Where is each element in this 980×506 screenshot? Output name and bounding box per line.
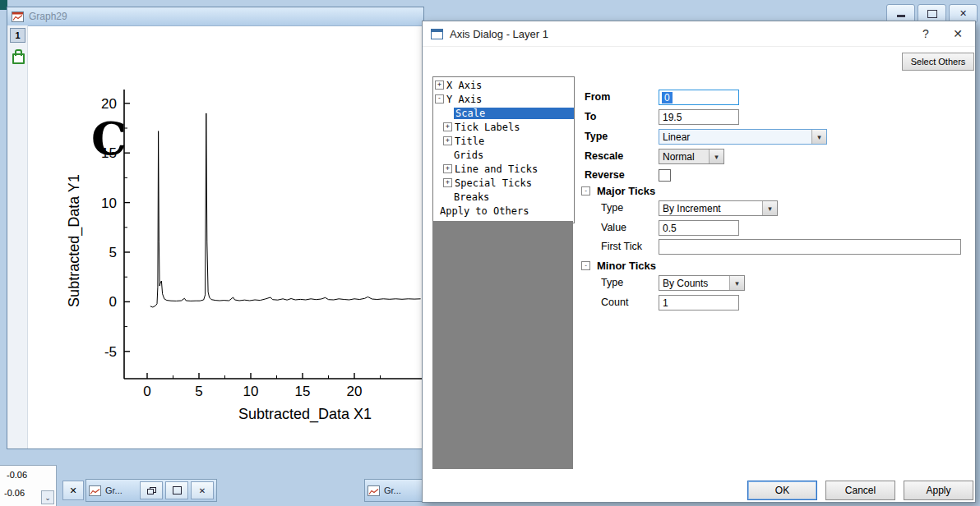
y-axis-title: Subtracted_Data Y1 xyxy=(66,174,83,307)
x-tick-label: 5 xyxy=(195,384,202,399)
tree-item-label: Tick Labels xyxy=(455,122,520,133)
minimized-window-2[interactable]: Gr... xyxy=(364,479,428,502)
tree-item-label: Y Axis xyxy=(446,94,482,105)
type-dropdown[interactable]: Linear ▾ xyxy=(659,129,827,145)
major-type-dropdown[interactable]: By Increment ▾ xyxy=(659,200,778,216)
collapse-icon[interactable]: - xyxy=(581,186,590,196)
axis-value-1: -0.06 xyxy=(7,470,27,480)
tree-item-x-axis[interactable]: +X Axis xyxy=(433,78,574,92)
scroll-down-button[interactable]: ⌄ xyxy=(41,490,54,504)
major-value-input[interactable] xyxy=(659,220,739,236)
x-tick-label: 0 xyxy=(143,384,150,399)
apply-button[interactable]: Apply xyxy=(904,481,973,500)
from-input[interactable]: 0 xyxy=(659,90,739,105)
first-tick-input[interactable] xyxy=(659,239,961,255)
graph-window-title: Graph29 xyxy=(29,11,67,22)
plot-area[interactable]: 05101520-505101520Subtracted_Data X1Subt… xyxy=(27,25,423,448)
expand-icon[interactable]: + xyxy=(443,136,452,145)
layer-strip: 1 xyxy=(7,25,28,448)
axis-value-2: -0.06 xyxy=(4,488,25,498)
tree-item-title[interactable]: +Title xyxy=(433,134,574,148)
x-tick-label: 20 xyxy=(347,384,363,399)
graph-icon xyxy=(89,485,101,496)
graph-window-titlebar[interactable]: Graph29 xyxy=(7,7,423,26)
major-type-label: Type xyxy=(601,200,623,216)
chevron-down-icon: ▾ xyxy=(762,201,777,215)
tree-item-label: X Axis xyxy=(446,80,482,91)
from-value: 0 xyxy=(662,92,673,104)
minor-ticks-header: Minor Ticks xyxy=(597,260,656,272)
dialog-close-button[interactable]: ✕ xyxy=(941,21,975,46)
axis-tree: +X Axis-Y AxisScale+Tick Labels+TitleGri… xyxy=(432,76,575,223)
major-ticks-header: Major Ticks xyxy=(597,185,655,197)
major-value-label: Value xyxy=(601,220,626,236)
restore-button[interactable] xyxy=(140,481,163,499)
chevron-down-icon: ▾ xyxy=(709,150,723,163)
graph-icon xyxy=(12,12,24,22)
minimized-window-close-button[interactable]: ✕ xyxy=(62,481,84,500)
tree-item-label: Grids xyxy=(454,150,483,161)
y-tick-label: 10 xyxy=(101,196,117,211)
tree-item-scale[interactable]: Scale xyxy=(433,106,574,120)
x-tick-label: 10 xyxy=(243,384,259,399)
data-line xyxy=(150,113,421,307)
tree-item-label: Apply to Others xyxy=(440,205,529,217)
expand-icon[interactable]: + xyxy=(443,164,452,173)
tree-item-breaks[interactable]: Breaks xyxy=(433,190,574,204)
minor-count-label: Count xyxy=(601,295,628,310)
minor-type-dropdown[interactable]: By Counts ▾ xyxy=(659,275,745,291)
axis-dialog: Axis Dialog - Layer 1 ? ✕ Select Others … xyxy=(422,21,976,503)
rescale-dropdown[interactable]: Normal ▾ xyxy=(659,149,724,164)
bottom-left-panel: -0.06 -0.06 ⌄ xyxy=(0,465,57,506)
tree-item-grids[interactable]: Grids xyxy=(433,148,574,162)
close-button[interactable]: ✕ xyxy=(191,481,214,499)
to-input[interactable] xyxy=(659,109,739,125)
dialog-help-button[interactable]: ? xyxy=(911,21,941,46)
dialog-titlebar[interactable]: Axis Dialog - Layer 1 ? ✕ xyxy=(423,21,975,47)
dialog-title: Axis Dialog - Layer 1 xyxy=(450,28,911,40)
tree-item-tick-labels[interactable]: +Tick Labels xyxy=(433,120,574,134)
x-axis-title: Subtracted_Data X1 xyxy=(238,406,372,423)
maximize-icon xyxy=(927,10,937,18)
x-tick-label: 15 xyxy=(295,384,311,399)
rescale-value: Normal xyxy=(663,151,695,163)
minimized-window-1-title: Gr... xyxy=(104,485,137,495)
collapse-icon[interactable]: - xyxy=(435,94,444,104)
from-label: From xyxy=(585,90,610,105)
select-others-button[interactable]: Select Others xyxy=(902,53,974,71)
tree-item-line-and-ticks[interactable]: +Line and Ticks xyxy=(433,162,574,176)
reverse-label: Reverse xyxy=(585,168,625,183)
minimize-icon xyxy=(897,15,905,17)
cancel-button[interactable]: Cancel xyxy=(825,481,895,500)
y-tick-label: 5 xyxy=(109,245,117,260)
graph-window: Graph29 1 05101520-505101520Subtracted_D… xyxy=(7,7,424,449)
tree-panel-filler xyxy=(432,221,573,469)
layer-tab-1[interactable]: 1 xyxy=(10,28,25,43)
tree-item-y-axis[interactable]: -Y Axis xyxy=(433,92,574,106)
ok-button[interactable]: OK xyxy=(747,481,817,500)
minor-type-label: Type xyxy=(601,275,623,291)
tree-item-apply-to-others[interactable]: Apply to Others xyxy=(433,204,574,218)
plot-svg: 05101520-505101520Subtracted_Data X1Subt… xyxy=(27,25,423,448)
chevron-down-icon: ⌄ xyxy=(44,494,51,502)
restore-icon xyxy=(147,487,156,494)
expand-icon[interactable]: + xyxy=(443,178,452,187)
rescale-label: Rescale xyxy=(585,149,623,164)
tree-item-label: Breaks xyxy=(454,191,489,203)
minimized-window-1[interactable]: Gr... ✕ xyxy=(86,479,217,502)
reverse-checkbox[interactable] xyxy=(659,169,671,182)
minor-count-input[interactable] xyxy=(659,295,739,310)
tree-item-special-ticks[interactable]: +Special Ticks xyxy=(433,176,574,190)
tree-item-label: Title xyxy=(455,136,484,147)
type-label: Type xyxy=(585,129,608,145)
chevron-down-icon: ▾ xyxy=(729,276,744,290)
collapse-icon[interactable]: - xyxy=(581,261,590,270)
first-tick-label: First Tick xyxy=(601,239,642,255)
close-icon: ✕ xyxy=(199,486,206,495)
tree-item-label: Scale xyxy=(454,108,574,119)
expand-icon[interactable]: + xyxy=(435,80,444,90)
expand-icon[interactable]: + xyxy=(443,122,452,131)
maximize-button[interactable] xyxy=(165,481,188,499)
major-type-value: By Increment xyxy=(663,203,721,214)
y-tick-label: -5 xyxy=(104,344,117,360)
